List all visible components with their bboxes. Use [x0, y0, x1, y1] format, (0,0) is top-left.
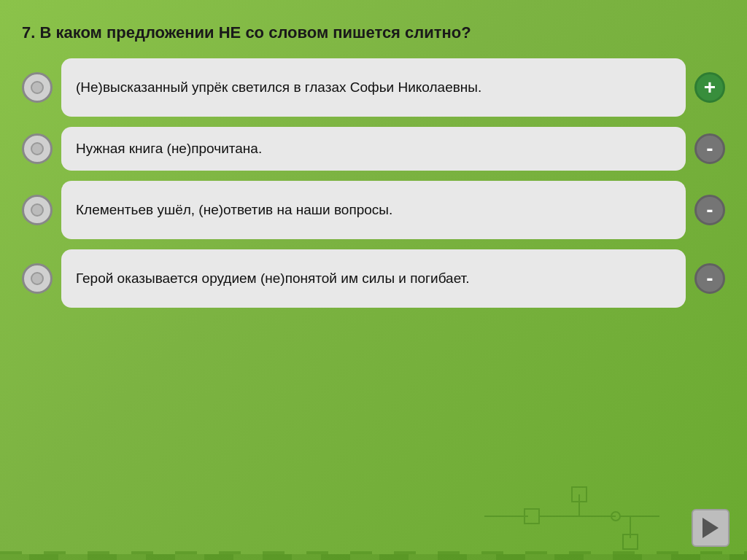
answer-text-3: Клементьев ушёл, (не)ответив на наши воп…	[76, 200, 392, 220]
answer-row-2: Нужная книга (не)прочитана. -	[22, 127, 725, 171]
next-arrow-icon	[703, 518, 719, 538]
radio-btn-3[interactable]	[22, 195, 53, 225]
svg-rect-1	[525, 509, 539, 524]
answer-card-1[interactable]: (Не)высказанный упрёк светился в глазах …	[61, 58, 686, 117]
sign-btn-3[interactable]: -	[694, 195, 725, 225]
radio-btn-2[interactable]	[22, 133, 53, 164]
svg-rect-4	[572, 487, 587, 502]
radio-btn-1[interactable]	[22, 72, 53, 103]
answer-card-4[interactable]: Герой оказывается орудием (не)понятой им…	[61, 249, 686, 308]
question-text: 7. В каком предложении НЕ со словом пише…	[22, 15, 725, 48]
sign-btn-4[interactable]: -	[694, 263, 725, 294]
sign-icon-1: +	[704, 76, 716, 99]
bottom-decoration-1	[0, 554, 747, 560]
sign-icon-4: -	[706, 267, 713, 290]
answer-row-1: (Не)высказанный упрёк светился в глазах …	[22, 58, 725, 117]
radio-btn-4[interactable]	[22, 263, 53, 294]
answer-text-2: Нужная книга (не)прочитана.	[76, 139, 262, 159]
radio-inner-1	[31, 81, 44, 94]
answer-row-4: Герой оказывается орудием (не)понятой им…	[22, 249, 725, 308]
svg-point-6	[611, 512, 620, 521]
main-container: 7. В каком предложении НЕ со словом пише…	[0, 0, 747, 560]
answer-row-3: Клементьев ушёл, (не)ответив на наши воп…	[22, 181, 725, 239]
answer-text-1: (Не)высказанный упрёк светился в глазах …	[76, 77, 481, 98]
sign-btn-1[interactable]: +	[694, 72, 725, 103]
bottom-decoration-2	[0, 551, 747, 554]
answer-card-2[interactable]: Нужная книга (не)прочитана.	[61, 127, 686, 171]
circuit-decoration	[484, 480, 689, 553]
svg-rect-9	[623, 534, 638, 549]
radio-inner-2	[31, 142, 44, 155]
sign-btn-2[interactable]: -	[694, 133, 725, 164]
radio-inner-3	[31, 203, 44, 217]
radio-inner-4	[31, 272, 44, 285]
next-button[interactable]	[692, 509, 729, 547]
answer-card-3[interactable]: Клементьев ушёл, (не)ответив на наши воп…	[61, 181, 686, 239]
sign-icon-2: -	[706, 137, 713, 160]
answer-text-4: Герой оказывается орудием (не)понятой им…	[76, 268, 469, 289]
sign-icon-3: -	[706, 198, 713, 222]
